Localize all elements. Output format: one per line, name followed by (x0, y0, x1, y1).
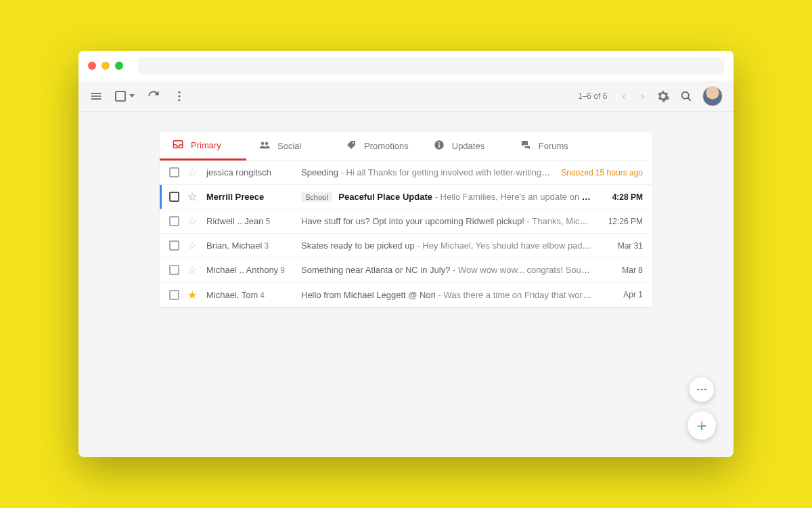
row-checkbox[interactable] (169, 265, 179, 275)
more-icon[interactable] (173, 89, 186, 103)
date: Apr 1 (602, 290, 643, 299)
subject-cell: Something near Atlanta or NC in July? - … (301, 265, 602, 275)
svg-point-2 (179, 99, 181, 101)
subject-cell: Have stuff for us? Opt into your upcomin… (301, 216, 602, 226)
sender: Ridwell .. Jean5 (206, 216, 301, 226)
svg-point-11 (697, 389, 699, 391)
svg-point-3 (682, 91, 689, 98)
url-bar[interactable] (138, 57, 724, 75)
date: 4:28 PM (602, 192, 643, 202)
more-fab-button[interactable] (690, 377, 714, 402)
avatar[interactable] (702, 86, 723, 106)
star-icon[interactable]: ☆ (187, 239, 197, 252)
chevron-down-icon (129, 94, 135, 98)
preview: - Wow wow wow... congrats! Sounds like y… (453, 265, 602, 275)
preview: - Was there a time on Friday that works … (438, 290, 602, 300)
preview: - Thanks, Michael, I had forgot… (527, 216, 602, 226)
date: 12:26 PM (602, 217, 643, 226)
email-row[interactable]: ★ Michael, Tom4 Hello from Michael Legge… (160, 282, 652, 307)
preview: - Hey Michael, Yes should have elbow pad… (417, 240, 602, 251)
label-chip: School (301, 192, 332, 202)
svg-rect-9 (438, 144, 440, 148)
compose-button[interactable]: + (687, 411, 716, 440)
minimize-window-button[interactable] (102, 62, 110, 70)
svg-point-13 (704, 389, 706, 391)
email-row[interactable]: ☆ Merrill Preece School Peaceful Place U… (160, 185, 652, 209)
email-row[interactable]: ☆ Brian, Michael3 Skates ready to be pic… (160, 234, 652, 258)
inbox-icon (172, 138, 184, 152)
refresh-icon[interactable] (147, 89, 160, 103)
toolbar: 1–6 of 6 ‹ › (78, 81, 734, 112)
prev-page-button[interactable]: ‹ (619, 90, 628, 102)
svg-point-5 (261, 142, 265, 146)
next-page-button[interactable]: › (638, 90, 647, 102)
email-row[interactable]: ☆ Ridwell .. Jean5 Have stuff for us? Op… (160, 209, 652, 234)
app-window: 1–6 of 6 ‹ › PrimarySocialPromotionsUpda… (78, 51, 734, 457)
preview: - Hello Families, Here's an update on al… (435, 192, 602, 202)
star-icon[interactable]: ☆ (187, 263, 197, 276)
star-icon[interactable]: ☆ (187, 215, 197, 228)
row-checkbox[interactable] (169, 192, 179, 202)
row-checkbox[interactable] (169, 216, 179, 226)
svg-point-7 (353, 142, 354, 144)
svg-point-6 (265, 142, 269, 146)
search-icon[interactable] (679, 89, 693, 103)
titlebar (78, 51, 734, 81)
tab-primary[interactable]: Primary (160, 132, 246, 161)
tab-forums[interactable]: Forums (508, 132, 594, 160)
sender: Merrill Preece (206, 192, 301, 202)
row-checkbox[interactable] (169, 240, 179, 251)
tab-social[interactable]: Social (246, 132, 333, 160)
tab-label: Promotions (364, 141, 409, 151)
row-checkbox[interactable] (169, 167, 179, 177)
date: Mar 8 (602, 266, 643, 275)
subject-cell: Skates ready to be picked up - Hey Micha… (301, 240, 602, 251)
sender: Michael .. Anthony9 (206, 265, 301, 275)
content-area: PrimarySocialPromotionsUpdatesForums ☆ j… (78, 112, 734, 307)
menu-icon[interactable] (89, 89, 103, 103)
svg-point-0 (179, 91, 181, 93)
tag-icon (345, 139, 357, 153)
tab-label: Primary (191, 140, 221, 150)
row-checkbox[interactable] (169, 290, 179, 300)
info-icon (433, 139, 445, 153)
email-row[interactable]: ☆ Michael .. Anthony9 Something near Atl… (160, 258, 652, 282)
sender: Brian, Michael3 (206, 240, 301, 251)
tab-label: Forums (539, 141, 568, 151)
tab-promotions[interactable]: Promotions (333, 132, 421, 160)
star-icon[interactable]: ☆ (187, 190, 197, 203)
category-tabs: PrimarySocialPromotionsUpdatesForums (160, 132, 652, 161)
date: Snoozed 15 hours ago (561, 168, 643, 177)
maximize-window-button[interactable] (115, 62, 123, 70)
forum-icon (520, 139, 532, 153)
email-row[interactable]: ☆ jessica rongitsch Speeding - Hi all Th… (160, 161, 652, 185)
close-window-button[interactable] (88, 62, 96, 70)
date: Mar 31 (602, 241, 643, 251)
pager-text: 1–6 of 6 (578, 91, 607, 101)
subject-cell: Speeding - Hi all Thanks for getting inv… (301, 167, 561, 177)
people-icon (258, 139, 271, 153)
subject: Speeding (301, 167, 338, 177)
star-icon[interactable]: ★ (187, 289, 197, 301)
subject: Skates ready to be picked up (301, 240, 415, 251)
tab-label: Social (277, 141, 301, 151)
inbox-list: PrimarySocialPromotionsUpdatesForums ☆ j… (160, 132, 652, 307)
subject: Peaceful Place Update (338, 192, 432, 202)
plus-icon: + (696, 415, 706, 436)
star-icon[interactable]: ☆ (187, 166, 197, 179)
svg-point-1 (179, 95, 181, 97)
sender: Michael, Tom4 (206, 290, 301, 300)
tab-label: Updates (452, 141, 484, 151)
tab-updates[interactable]: Updates (421, 132, 508, 160)
gear-icon[interactable] (656, 89, 670, 103)
select-all-checkbox[interactable] (115, 91, 135, 102)
svg-point-12 (701, 389, 703, 391)
subject: Hello from Michael Leggett @ Nori (301, 290, 436, 300)
fab-group: + (687, 377, 716, 440)
subject: Have stuff for us? Opt into your upcomin… (301, 216, 524, 226)
subject-cell: School Peaceful Place Update - Hello Fam… (301, 192, 602, 202)
svg-point-10 (438, 142, 440, 144)
sender: jessica rongitsch (206, 167, 301, 177)
subject: Something near Atlanta or NC in July? (301, 265, 450, 275)
subject-cell: Hello from Michael Leggett @ Nori - Was … (301, 290, 602, 300)
